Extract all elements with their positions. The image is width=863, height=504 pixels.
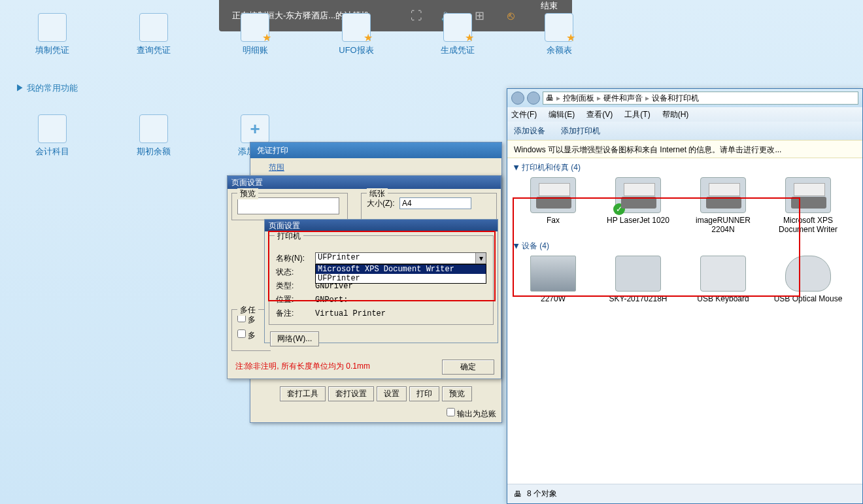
menu-view[interactable]: 查看(V) (586, 109, 613, 120)
device-label: 2270W (541, 294, 566, 303)
printer-label: Fax (547, 216, 560, 225)
preview-thumbnail (237, 197, 339, 214)
printer-page-setup-dialog: 页面设置 打印机 名称(N): UFPrinter ▾ Microsoft XP… (264, 219, 498, 343)
printer-label: Microsoft XPS Document Writer (769, 216, 847, 234)
kit-setting-button[interactable]: 套打设置 (328, 386, 374, 401)
paper-size-input[interactable] (399, 197, 471, 209)
shortcut-opening-balance[interactable]: ★期初余额 (131, 114, 177, 158)
device-label: USB Keyboard (697, 294, 749, 303)
ok-button[interactable]: 确定 (442, 360, 494, 375)
devices-section-header[interactable]: ▶设备 (4) (507, 237, 862, 253)
computer-icon (615, 256, 661, 292)
shortcut-balance-sheet[interactable]: ★余额表 (536, 13, 582, 56)
device-item[interactable]: 2270W (514, 256, 592, 303)
preview-button[interactable]: 预览 (442, 386, 472, 401)
breadcrumb-control-panel[interactable]: 控制面板 (563, 93, 594, 104)
printer-label: HP LaserJet 1020 (607, 216, 669, 225)
setting-button[interactable]: 设置 (377, 386, 407, 401)
forward-button[interactable] (527, 92, 540, 105)
printer-dialog-title[interactable]: 页面设置 (265, 220, 498, 231)
devices-grid: 2270WSKY-20170218HUSB KeyboardUSB Optica… (507, 253, 862, 306)
network-button[interactable]: 网络(W)... (270, 331, 319, 346)
shortcut-fill-voucher[interactable]: 填制凭证 (29, 13, 75, 56)
printer-icon (530, 177, 576, 213)
multi-checkbox-2[interactable] (237, 329, 246, 338)
device-item[interactable]: SKY-20170218H (599, 256, 677, 303)
shortcut-generate-voucher[interactable]: ★生成凭证 (435, 13, 481, 56)
my-functions-link[interactable]: ▶ 我的常用功能 (16, 82, 78, 94)
printer-item[interactable]: Microsoft XPS Document Writer (769, 177, 847, 234)
explorer-nav-bar: 🖶▸ 控制面板▸ 硬件和声音▸ 设备和打印机 (507, 89, 862, 107)
printer-status-label: 状态: (275, 265, 314, 279)
printer-group-label: 打印机 (275, 231, 303, 241)
device-label: USB Optical Mouse (774, 294, 843, 303)
devices-and-printers-window: 🖶▸ 控制面板▸ 硬件和声音▸ 设备和打印机 文件(F) 编辑(E) 查看(V)… (507, 88, 863, 504)
printer-icon (700, 177, 746, 213)
shortcut-detail-ledger[interactable]: ★明细账 (232, 13, 278, 56)
explorer-menu-bar: 文件(F) 编辑(E) 查看(V) 工具(T) 帮助(H) (507, 107, 862, 122)
status-printer-icon: 🖶 (514, 490, 522, 499)
status-object-count: 8 个对象 (527, 488, 557, 499)
monitor-icon (530, 256, 576, 292)
printers-grid: Fax✓HP LaserJet 1020imageRUNNER 2204NMic… (507, 175, 862, 237)
add-device-button[interactable]: 添加设备 (514, 126, 545, 137)
printer-dropdown-list[interactable]: Microsoft XPS Document Writer UFPrinter (315, 264, 486, 284)
voucher-print-titlebar[interactable]: 凭证打印 (250, 143, 501, 158)
menu-help[interactable]: 帮助(H) (662, 109, 689, 120)
breadcrumb-devices-printers[interactable]: 设备和打印机 (652, 93, 699, 104)
printer-label: imageRUNNER 2204N (684, 216, 762, 234)
shortcut-accounting-subject[interactable]: 会计科目 (29, 114, 75, 158)
scope-link[interactable]: 范围 (269, 162, 284, 173)
keyboard-icon (700, 256, 746, 292)
paper-group-label: 纸张 (367, 188, 388, 199)
printer-comment-label: 备注: (275, 307, 314, 320)
output-as-general-ledger-checkbox[interactable] (447, 408, 455, 416)
shortcut-row-2: 会计科目 ★期初余额 +添加更多 (29, 114, 278, 158)
printer-where-value: GNPort: (314, 293, 488, 307)
printer-option-xps[interactable]: Microsoft XPS Document Writer (316, 265, 486, 274)
add-printer-button[interactable]: 添加打印机 (561, 126, 600, 137)
explorer-status-bar: 🖶 8 个对象 (507, 484, 862, 503)
paper-size-label: 大小(Z): (367, 199, 395, 208)
print-button[interactable]: 打印 (409, 386, 439, 401)
page-setup-title[interactable]: 页面设置 (228, 176, 501, 189)
device-item[interactable]: USB Keyboard (684, 256, 762, 303)
explorer-toolbar: 添加设备 添加打印机 (507, 122, 862, 140)
breadcrumb-hardware-sound[interactable]: 硬件和声音 (603, 93, 643, 104)
printer-comment-value: Virtual Printer (314, 307, 488, 320)
unit-note: 注:除非注明, 所有长度单位均为 0.1mm (235, 361, 370, 372)
preview-group-label: 预览 (237, 188, 258, 199)
menu-file[interactable]: 文件(F) (511, 109, 537, 120)
default-check-icon: ✓ (613, 203, 625, 215)
kit-tool-button[interactable]: 套打工具 (280, 386, 326, 401)
printers-section-header[interactable]: ▶打印机和传真 (4) (507, 158, 862, 175)
printer-item[interactable]: ✓HP LaserJet 1020 (599, 177, 677, 234)
shortcut-query-voucher[interactable]: 查询凭证 (131, 13, 177, 56)
printer-where-label: 位置: (275, 293, 314, 307)
printer-type-label: 类型: (275, 279, 314, 293)
multitask-group-label: 多任 (237, 305, 258, 316)
printer-name-label: 名称(N): (275, 251, 314, 265)
mouse-icon (785, 256, 831, 292)
menu-tools[interactable]: 工具(T) (624, 109, 650, 120)
shortcut-ufo-report[interactable]: ★UFO报表 (333, 13, 379, 56)
printer-item[interactable]: imageRUNNER 2204N (684, 177, 762, 234)
printer-icon (785, 177, 831, 213)
device-label: SKY-20170218H (609, 294, 668, 303)
printer-option-ufprinter[interactable]: UFPrinter (316, 274, 486, 283)
info-bar[interactable]: Windows 可以显示增强型设备图标和来自 Internet 的信息。请单击进… (507, 140, 862, 158)
breadcrumb-icon: 🖶 (546, 93, 554, 103)
printer-item[interactable]: Fax (514, 177, 592, 234)
menu-edit[interactable]: 编辑(E) (549, 109, 575, 120)
device-item[interactable]: USB Optical Mouse (769, 256, 847, 303)
shortcut-row-1: 填制凭证 查询凭证 ★明细账 ★UFO报表 ★生成凭证 ★余额表 (29, 13, 582, 56)
printer-name-select[interactable]: UFPrinter ▾ Microsoft XPS Document Write… (315, 252, 486, 264)
address-bar[interactable]: 🖶▸ 控制面板▸ 硬件和声音▸ 设备和打印机 (543, 92, 858, 105)
printer-icon: ✓ (615, 177, 661, 213)
back-button[interactable] (511, 92, 524, 105)
